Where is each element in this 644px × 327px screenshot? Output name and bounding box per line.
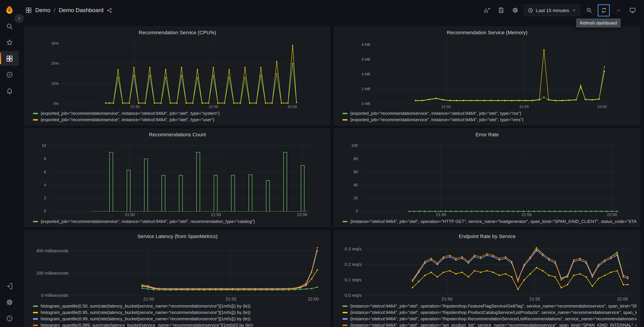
- data-point: [466, 211, 467, 212]
- legend-item[interactable]: histogram_quantile(0.99, sum(rate(latenc…: [33, 316, 327, 322]
- save-dashboard-button[interactable]: [496, 5, 506, 16]
- panel-title[interactable]: Endpoint Rate by Service: [338, 232, 636, 240]
- data-point: [437, 276, 438, 278]
- data-point: [505, 256, 506, 258]
- data-point: [627, 278, 628, 279]
- zoom-out-button[interactable]: [584, 5, 594, 16]
- cycle-view-mode-button[interactable]: [627, 5, 638, 16]
- legend-label[interactable]: {exported_job="recommendationservice", i…: [41, 117, 214, 122]
- sidebar-item-alerting[interactable]: [0, 83, 19, 98]
- legend-label[interactable]: {exported_job="recommendationservice", i…: [41, 111, 220, 116]
- data-point: [437, 262, 438, 264]
- sidebar-item-server-admin[interactable]: [0, 295, 19, 310]
- legend-label[interactable]: histogram_quantile(0.99, sum(rate(latenc…: [41, 316, 250, 321]
- panel-title[interactable]: Recommendation Service (CPU%): [28, 28, 327, 36]
- legend-item[interactable]: histogram_quantile(0.50, sum(rate(latenc…: [33, 303, 327, 309]
- legend-item[interactable]: histogram_quantile(0.95, sum(rate(latenc…: [33, 309, 327, 316]
- legend-item[interactable]: {exported_job="recommendationservice", i…: [33, 110, 327, 116]
- data-point: [292, 63, 293, 64]
- panel-title[interactable]: Recommendation Service (Memory): [338, 28, 636, 36]
- data-point: [181, 288, 182, 289]
- time-range-picker[interactable]: Last 15 minutes: [524, 4, 580, 16]
- share-icon[interactable]: [107, 8, 112, 13]
- legend-label[interactable]: {instance="otelcol:9464", job="otel", op…: [350, 219, 636, 224]
- add-panel-button[interactable]: [482, 5, 492, 16]
- data-point: [443, 258, 444, 259]
- legend-label[interactable]: {instance="otelcol:9464", job="otel", op…: [350, 304, 636, 308]
- sidebar-item-dashboards[interactable]: [0, 51, 19, 66]
- data-point: [461, 256, 463, 258]
- data-point: [474, 256, 475, 258]
- time-series-chart[interactable]: 02040608010021:5021:5522:00: [338, 139, 636, 218]
- time-series-chart[interactable]: 024681021:5021:5522:00: [28, 139, 327, 218]
- x-axis-tick-label: 22:00: [308, 296, 319, 302]
- dashboard-settings-button[interactable]: [510, 5, 520, 16]
- sidebar-item-sign-in[interactable]: [0, 279, 19, 294]
- clock-icon: [528, 8, 533, 13]
- legend-item[interactable]: {exported_job="recommendationservice", i…: [342, 116, 636, 123]
- legend-label[interactable]: {instance="otelcol:9464", job="otel", op…: [350, 310, 636, 315]
- legend-item[interactable]: {exported_job="recommendationservice", i…: [33, 116, 327, 123]
- data-point: [449, 256, 450, 258]
- data-point: [428, 99, 430, 100]
- legend-label[interactable]: {instance="otelcol:9464", job="otel", op…: [350, 323, 636, 327]
- legend-label[interactable]: {exported_job="recommendationservice", i…: [41, 219, 255, 224]
- breadcrumb-current[interactable]: Demo Dashboard: [59, 7, 104, 14]
- data-point: [481, 211, 483, 212]
- legend-item[interactable]: {instance="otelcol:9464", job="otel", op…: [342, 309, 636, 316]
- y-axis-tick-label: 6 MB: [362, 57, 370, 62]
- legend-item[interactable]: histogram_quantile(0.999, sum(rate(laten…: [33, 322, 327, 327]
- panel-title[interactable]: Service Latency (from SpanMetrics): [28, 232, 327, 240]
- legend-item[interactable]: {instance="otelcol:9464", job="otel", op…: [342, 303, 636, 309]
- legend-label[interactable]: {exported_job="recommendationservice", i…: [350, 117, 524, 122]
- legend-item[interactable]: {instance="otelcol:9464", job="otel", op…: [342, 218, 636, 224]
- sidebar-item-explore[interactable]: [0, 67, 19, 82]
- sidebar-item-starred[interactable]: [0, 35, 19, 50]
- refresh-dashboard-button[interactable]: [598, 4, 610, 16]
- data-point: [530, 273, 531, 274]
- refresh-tooltip: Refresh dashboard: [576, 18, 621, 27]
- star-icon: [6, 39, 13, 46]
- legend-label[interactable]: {instance="otelcol:9464", job="otel", op…: [350, 316, 636, 321]
- refresh-interval-button[interactable]: [613, 5, 624, 16]
- legend-item[interactable]: {instance="otelcol:9464", job="otel", op…: [342, 322, 636, 327]
- data-point: [415, 100, 416, 101]
- panel-title[interactable]: Recommendations Count: [28, 130, 327, 139]
- legend-item[interactable]: {instance="otelcol:9464", job="otel", op…: [342, 316, 636, 322]
- legend-label[interactable]: histogram_quantile(0.50, sum(rate(latenc…: [41, 304, 250, 308]
- breadcrumb-section[interactable]: Demo: [35, 7, 50, 14]
- data-point: [240, 102, 241, 104]
- time-series-chart[interactable]: 0.0 req/s0.1 req/s0.2 req/s0.3 req/s21:5…: [338, 240, 636, 302]
- legend-label[interactable]: histogram_quantile(0.95, sum(rate(latenc…: [41, 310, 250, 315]
- data-point: [436, 98, 437, 99]
- data-point: [533, 211, 534, 212]
- data-point: [470, 100, 471, 101]
- data-point: [186, 102, 187, 104]
- sidebar-expand-button[interactable]: [15, 14, 24, 23]
- x-axis-tick-label: 21:50: [441, 104, 450, 109]
- y-axis-tick-label: 0%: [54, 102, 59, 106]
- grafana-logo[interactable]: [0, 3, 19, 17]
- legend-swatch: [342, 312, 348, 313]
- y-axis-tick-label: 2 MB: [362, 87, 370, 91]
- data-point: [601, 211, 602, 212]
- legend-label[interactable]: histogram_quantile(0.999, sum(rate(laten…: [41, 323, 253, 327]
- data-point: [224, 102, 225, 104]
- data-point: [243, 288, 244, 289]
- data-point: [456, 100, 457, 101]
- legend-swatch: [342, 119, 348, 120]
- data-point: [311, 288, 312, 289]
- data-point: [300, 286, 301, 287]
- time-series-chart[interactable]: 0%10%20%30%21:5021:5522:00: [28, 36, 327, 110]
- data-point: [133, 67, 134, 68]
- time-series-chart[interactable]: 0 milliseconds200 milliseconds400 millis…: [28, 240, 327, 302]
- time-series-chart[interactable]: 0 MB2 MB4 MB6 MB8 MB21:5021:5522:00: [338, 36, 636, 110]
- panel-title[interactable]: Error Rate: [338, 130, 636, 139]
- panel-legend: {exported_job="recommendationservice", i…: [28, 218, 327, 224]
- sidebar-item-help[interactable]: ?: [0, 311, 19, 326]
- legend-label[interactable]: {exported_job="recommendationservice", i…: [350, 111, 521, 116]
- legend-item[interactable]: {exported_job="recommendationservice", i…: [33, 218, 327, 224]
- legend-item[interactable]: {exported_job="recommendationservice", i…: [342, 110, 636, 116]
- data-point: [424, 211, 426, 212]
- data-point: [468, 261, 469, 262]
